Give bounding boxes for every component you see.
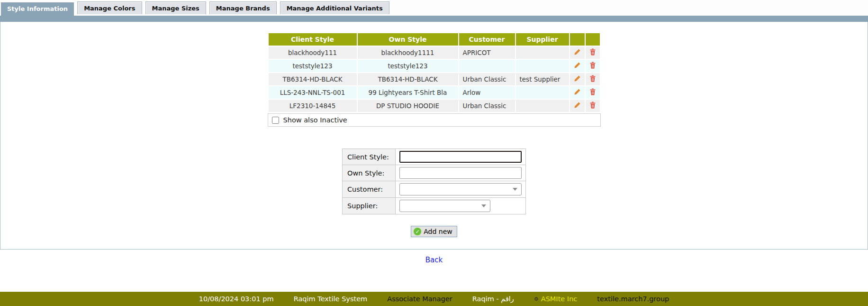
pencil-icon xyxy=(574,89,581,97)
own-style-label: Own Style: xyxy=(343,165,396,181)
cell-own-style: TB6314-HD-BLACK xyxy=(358,73,458,85)
cell-own-style: blackhoody1111 xyxy=(358,46,458,59)
header-client-style: Client Style xyxy=(269,33,357,46)
pencil-icon xyxy=(574,102,581,110)
edit-row-button[interactable] xyxy=(570,100,585,112)
trash-icon xyxy=(589,102,596,110)
supplier-select[interactable] xyxy=(399,200,490,212)
show-inactive-label: Show also Inactive xyxy=(283,116,347,124)
footer-role: Associate Manager xyxy=(387,295,452,303)
edit-row-button[interactable] xyxy=(570,86,585,99)
supplier-label: Supplier: xyxy=(343,198,396,214)
cell-client-style: blackhoody111 xyxy=(269,46,357,59)
trash-icon xyxy=(589,49,596,57)
cell-customer: Urban Classic xyxy=(459,73,515,85)
edit-row-button[interactable] xyxy=(570,73,585,85)
back-link[interactable]: Back xyxy=(425,256,443,264)
cell-client-style: LLS-243-NNL-TS-001 xyxy=(269,86,357,99)
tab-manage-additional-variants[interactable]: Manage Additional Variants xyxy=(280,1,389,14)
client-style-input[interactable] xyxy=(399,151,522,163)
delete-row-button[interactable] xyxy=(586,46,600,59)
table-row: teststyle123 teststyle123 xyxy=(269,60,600,72)
cell-own-style: DP STUDIO HOODIE xyxy=(358,100,458,112)
tab-bar: Style Information Manage Colors Manage S… xyxy=(0,0,868,16)
pencil-icon xyxy=(574,49,581,57)
cell-own-style: 99 Lightyears T-Shirt Bla xyxy=(358,86,458,99)
add-new-button-label: Add new xyxy=(424,228,452,235)
header-supplier: Supplier xyxy=(516,33,569,46)
header-own-style: Own Style xyxy=(358,33,458,46)
main-panel: Client Style Own Style Customer Supplier… xyxy=(0,22,868,250)
cell-supplier: test Supplier xyxy=(516,73,569,85)
client-style-label: Client Style: xyxy=(343,149,396,165)
trash-icon xyxy=(589,63,596,70)
check-circle-icon: ✓ xyxy=(414,228,421,235)
cell-supplier xyxy=(516,46,569,59)
table-header-row: Client Style Own Style Customer Supplier xyxy=(269,33,600,46)
tab-strip xyxy=(0,16,868,22)
chevron-down-icon xyxy=(513,188,517,191)
cell-customer xyxy=(459,60,515,72)
footer-company: ⚙ ASMIte Inc xyxy=(534,295,577,303)
footer-user: Raqim - راقم xyxy=(472,295,514,303)
cell-customer: APRICOT xyxy=(459,46,515,59)
cell-customer: Arlow xyxy=(459,86,515,99)
delete-row-button[interactable] xyxy=(586,100,600,112)
show-inactive-row: Show also Inactive xyxy=(268,113,601,127)
add-new-button[interactable]: ✓ Add new xyxy=(411,226,457,237)
pencil-icon xyxy=(574,76,581,83)
cell-client-style: teststyle123 xyxy=(269,60,357,72)
footer-domain: textile.march7.group xyxy=(597,295,669,303)
cell-supplier xyxy=(516,86,569,99)
footer-bar: 10/08/2024 03:01 pm Raqim Textile System… xyxy=(0,292,868,306)
header-edit-column xyxy=(570,33,585,46)
show-inactive-checkbox[interactable] xyxy=(272,117,279,124)
footer-company-name: ASMIte Inc xyxy=(541,295,578,303)
cell-supplier xyxy=(516,60,569,72)
header-customer: Customer xyxy=(459,33,515,46)
add-style-form: Client Style: Own Style: Customer: xyxy=(342,148,526,214)
edit-row-button[interactable] xyxy=(570,60,585,72)
cell-client-style: TB6314-HD-BLACK xyxy=(269,73,357,85)
footer-system-name: Raqim Textile System xyxy=(294,295,368,303)
table-row: LF2310-14845 DP STUDIO HOODIE Urban Clas… xyxy=(269,100,600,112)
delete-row-button[interactable] xyxy=(586,73,600,85)
styles-table-container: Client Style Own Style Customer Supplier… xyxy=(268,32,601,127)
table-row: LLS-243-NNL-TS-001 99 Lightyears T-Shirt… xyxy=(269,86,600,99)
cell-customer: Urban Classic xyxy=(459,100,515,112)
tab-manage-brands[interactable]: Manage Brands xyxy=(209,1,277,14)
edit-row-button[interactable] xyxy=(570,46,585,59)
trash-icon xyxy=(589,76,596,83)
styles-table: Client Style Own Style Customer Supplier… xyxy=(268,32,601,113)
own-style-input[interactable] xyxy=(399,167,522,179)
header-delete-column xyxy=(586,33,600,46)
asmite-logo-icon: ⚙ xyxy=(534,296,539,302)
footer-datetime: 10/08/2024 03:01 pm xyxy=(199,295,274,303)
chevron-down-icon xyxy=(481,204,486,207)
delete-row-button[interactable] xyxy=(586,86,600,99)
cell-supplier xyxy=(516,100,569,112)
table-row: blackhoody111 blackhoody1111 APRICOT xyxy=(269,46,600,59)
pencil-icon xyxy=(574,63,581,70)
tab-manage-sizes[interactable]: Manage Sizes xyxy=(145,1,206,14)
table-row: TB6314-HD-BLACK TB6314-HD-BLACK Urban Cl… xyxy=(269,73,600,85)
trash-icon xyxy=(589,89,596,97)
customer-label: Customer: xyxy=(343,181,396,198)
customer-select[interactable] xyxy=(399,183,522,195)
cell-own-style: teststyle123 xyxy=(358,60,458,72)
tab-style-information[interactable]: Style Information xyxy=(1,2,74,16)
cell-client-style: LF2310-14845 xyxy=(269,100,357,112)
tab-manage-colors[interactable]: Manage Colors xyxy=(77,1,142,14)
delete-row-button[interactable] xyxy=(586,60,600,72)
